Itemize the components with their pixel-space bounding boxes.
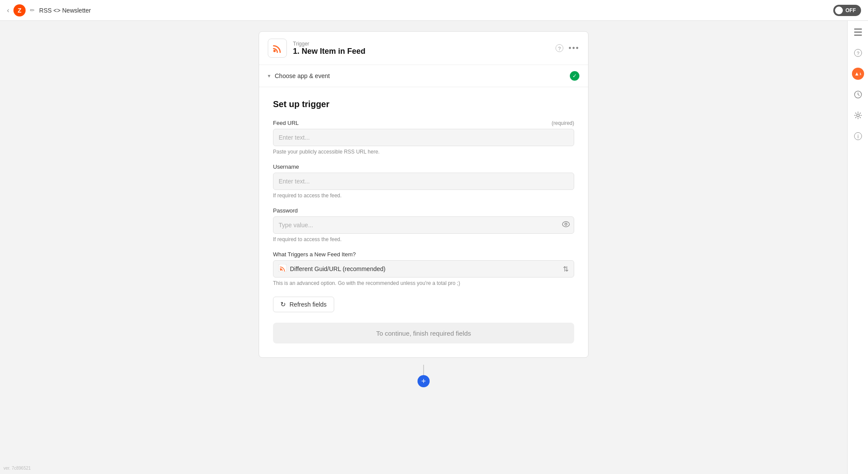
username-hint: If required to access the feed. xyxy=(273,193,574,199)
select-rss-icon xyxy=(279,264,286,274)
trigger-type-hint: This is an advanced option. Go with the … xyxy=(273,280,574,286)
refresh-icon: ↻ xyxy=(280,301,286,308)
password-wrap xyxy=(273,216,574,234)
sidebar-history-icon[interactable] xyxy=(852,88,864,101)
top-bar: ‹ Z ✏ RSS <> Newsletter OFF xyxy=(0,0,868,21)
eye-icon[interactable] xyxy=(562,221,570,229)
trigger-type-label: What Triggers a New Feed Item? xyxy=(273,251,356,258)
zap-title: RSS <> Newsletter xyxy=(39,7,91,14)
feed-url-label: Feed URL xyxy=(273,120,299,126)
trigger-title-wrap: Trigger 1. New Item in Feed xyxy=(293,41,556,56)
form-title: Set up trigger xyxy=(273,99,574,109)
svg-rect-10 xyxy=(854,29,862,29)
trigger-actions: ? ••• xyxy=(556,44,579,53)
version-text: ver. 7c896521 xyxy=(3,466,31,471)
password-input[interactable] xyxy=(273,216,574,234)
right-sidebar: ? ▲1 i xyxy=(847,21,868,474)
trigger-more-button[interactable]: ••• xyxy=(569,44,579,53)
trigger-label: Trigger xyxy=(293,41,556,47)
section-collapse-icon: ▾ xyxy=(268,73,270,79)
sidebar-help-icon[interactable]: ? xyxy=(852,47,864,59)
svg-text:?: ? xyxy=(856,51,859,56)
sidebar-list-icon[interactable] xyxy=(852,26,864,38)
add-step-button[interactable]: + xyxy=(418,375,430,387)
svg-point-16 xyxy=(857,114,859,117)
svg-rect-12 xyxy=(854,35,862,36)
svg-rect-11 xyxy=(854,32,862,33)
top-bar-left: ‹ Z ✏ RSS <> Newsletter xyxy=(7,4,91,16)
svg-text:Z: Z xyxy=(18,7,22,14)
form-area: Set up trigger Feed URL (required) Paste… xyxy=(259,87,588,357)
username-input[interactable] xyxy=(273,173,574,190)
svg-point-6 xyxy=(562,222,569,227)
select-arrows-icon: ⇅ xyxy=(563,265,569,273)
svg-text:i: i xyxy=(857,134,858,140)
refresh-fields-button[interactable]: ↻ Refresh fields xyxy=(273,297,334,312)
trigger-type-select[interactable]: Different Guid/URL (recommended) ⇅ xyxy=(273,260,574,278)
section-check-icon: ✓ xyxy=(570,71,579,81)
feed-url-group: Feed URL (required) Paste your publicly … xyxy=(273,120,574,155)
continue-button[interactable]: To continue, finish required fields xyxy=(273,323,574,343)
feed-url-label-row: Feed URL (required) xyxy=(273,120,574,126)
trigger-name: 1. New Item in Feed xyxy=(293,47,556,56)
trigger-type-value: Different Guid/URL (recommended) xyxy=(290,265,563,272)
checkmark: ✓ xyxy=(572,73,577,79)
trigger-card: Trigger 1. New Item in Feed ? ••• xyxy=(259,31,589,358)
edit-icon: ✏ xyxy=(30,7,35,13)
sidebar-info-icon[interactable]: i xyxy=(852,130,864,142)
password-group: Password If required to access the feed. xyxy=(273,207,574,242)
main-layout: Trigger 1. New Item in Feed ? ••• xyxy=(0,21,868,474)
zapier-logo: Z xyxy=(13,4,26,16)
sidebar-warning-icon[interactable]: ▲1 xyxy=(852,68,864,80)
password-hint: If required to access the feed. xyxy=(273,236,574,242)
refresh-fields-label: Refresh fields xyxy=(289,301,327,308)
feed-url-hint: Paste your publicly accessible RSS URL h… xyxy=(273,149,574,155)
password-label-row: Password xyxy=(273,207,574,214)
rss-icon-wrap xyxy=(268,39,287,58)
password-label: Password xyxy=(273,207,298,214)
back-button[interactable]: ‹ xyxy=(7,7,9,14)
svg-point-7 xyxy=(565,223,567,226)
section-row[interactable]: ▾ Choose app & event ✓ xyxy=(259,65,588,87)
center-content: Trigger 1. New Item in Feed ? ••• xyxy=(0,21,847,474)
username-group: Username If required to access the feed. xyxy=(273,163,574,199)
trigger-type-group: What Triggers a New Feed Item? Different… xyxy=(273,251,574,286)
connector-line xyxy=(423,365,424,375)
svg-point-9 xyxy=(280,269,282,271)
username-label-row: Username xyxy=(273,163,574,170)
feed-url-required: (required) xyxy=(552,120,574,126)
trigger-help-button[interactable]: ? xyxy=(556,44,563,52)
sidebar-settings-icon[interactable] xyxy=(852,109,864,121)
toggle-switch[interactable]: OFF xyxy=(833,5,861,16)
section-title: Choose app & event xyxy=(275,72,570,79)
feed-url-input[interactable] xyxy=(273,129,574,146)
username-label: Username xyxy=(273,163,299,170)
toggle-circle xyxy=(835,7,843,14)
rss-icon xyxy=(272,42,283,54)
svg-text:?: ? xyxy=(558,46,561,51)
toggle-label: OFF xyxy=(845,7,856,13)
trigger-header: Trigger 1. New Item in Feed ? ••• xyxy=(259,32,588,65)
bottom-connector: + xyxy=(418,365,430,387)
svg-point-3 xyxy=(273,50,276,52)
trigger-type-label-row: What Triggers a New Feed Item? xyxy=(273,251,574,258)
